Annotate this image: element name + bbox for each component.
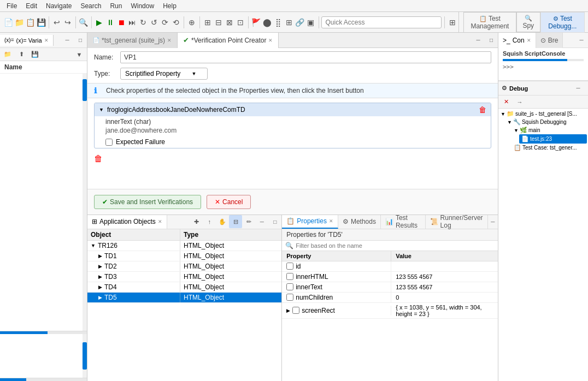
right-panel-min[interactable]: ─ (575, 34, 588, 47)
left-panel-max[interactable]: □ (74, 34, 87, 47)
toolbar-dots[interactable]: ⣿ (273, 16, 283, 29)
expected-failure-checkbox[interactable] (105, 139, 113, 146)
expand-icon[interactable]: ▼ (91, 243, 96, 248)
tab-spy[interactable]: 🔍 Spy (516, 12, 540, 32)
ao-toolbar-up[interactable]: ↑ (203, 215, 216, 228)
prop-checkbox[interactable] (286, 283, 293, 290)
table-row[interactable]: ▶ TD1 HTML_Object (87, 251, 281, 261)
tab-breakpoints[interactable]: ⊙ Bre (536, 33, 563, 48)
tab-methods[interactable]: ⚙ Methods (338, 215, 381, 229)
menu-edit[interactable]: Edit (21, 1, 42, 11)
ao-max[interactable]: □ (268, 215, 281, 228)
screenrect-expand[interactable]: ▶ (286, 308, 290, 313)
expand-icon[interactable]: ▶ (98, 253, 102, 259)
debug-step-btn[interactable]: → (513, 96, 526, 109)
props-row[interactable]: id (282, 261, 498, 272)
vp-name-input[interactable] (120, 51, 491, 63)
props-row[interactable]: numChildren 0 (282, 293, 498, 303)
toolbar-flag[interactable]: 🚩 (251, 16, 261, 29)
table-row[interactable]: ▶ TD3 HTML_Object (87, 272, 281, 282)
toolbar-search-btn[interactable]: 🔍 (79, 16, 89, 29)
tab-test-results[interactable]: 📊 Test Results (381, 215, 426, 229)
props-row[interactable]: innerText 123 555 4567 (282, 282, 498, 293)
tab-test-debugg[interactable]: ⚙ Test Debugg... (540, 12, 585, 33)
filter-input[interactable] (296, 242, 495, 249)
lp-btn2[interactable]: ⬆ (15, 48, 28, 61)
debug-min[interactable]: ─ (572, 82, 585, 95)
expand-icon[interactable]: ▶ (98, 264, 102, 269)
menu-run[interactable]: Run (105, 1, 126, 11)
toolbar-btn4[interactable]: 💾 (36, 16, 46, 29)
ao-toolbar-edit[interactable]: ✏ (242, 215, 255, 228)
tab-variables[interactable]: (x)= (x)= Varia ✕ (0, 35, 54, 46)
left-scrollbar2[interactable] (83, 334, 87, 378)
menu-navigate[interactable]: Navigate (42, 1, 76, 11)
toolbar-step[interactable]: ⏭ (127, 16, 137, 29)
delete-icon[interactable]: 🗑 (94, 154, 103, 163)
expand-icon[interactable]: ▶ (98, 274, 102, 279)
toolbar-btn-r3[interactable]: ⟳ (160, 16, 170, 29)
toolbar-run[interactable]: ▶ (95, 16, 104, 29)
ao-toolbar-add[interactable]: ✚ (190, 215, 203, 228)
toolbar-btn-r1[interactable]: ↻ (138, 16, 148, 29)
tst-general-close[interactable]: ✕ (167, 38, 172, 43)
vp-max[interactable]: □ (485, 34, 498, 47)
prop-checkbox[interactable] (292, 307, 299, 314)
toolbar-redo[interactable]: ↪ (63, 16, 73, 29)
quick-access-input[interactable] (325, 19, 438, 26)
toolbar-layout[interactable]: ⊞ (448, 16, 457, 29)
debug-stop-btn[interactable]: ✕ (499, 96, 513, 109)
ao-toolbar-filter[interactable]: ⊟ (229, 215, 242, 228)
ao-toolbar-pick[interactable]: ✋ (216, 215, 229, 228)
expand-icon[interactable]: ▶ (98, 284, 102, 290)
tab-console[interactable]: >_ Con ✕ (498, 33, 536, 48)
cancel-button[interactable]: ✕ Cancel (207, 195, 251, 209)
prop-checkbox[interactable] (286, 263, 293, 270)
toolbar-btn3[interactable]: 📋 (25, 16, 35, 29)
vp-creator-close[interactable]: ✕ (268, 38, 273, 43)
toolbar-arrow[interactable]: 🔗 (295, 16, 305, 29)
toolbar-btn-e4[interactable]: ⊡ (236, 16, 245, 29)
table-row[interactable]: ▶ TD4 HTML_Object (87, 282, 281, 293)
lp-btn1[interactable]: 📁 (1, 48, 14, 61)
toolbar-end[interactable]: ▣ (306, 16, 316, 29)
variables-tab-close[interactable]: ✕ (44, 38, 49, 43)
vp-type-select[interactable]: Scriptified Property ▼ (120, 68, 208, 80)
tree-item[interactable]: ▼ 🌿 main (513, 126, 587, 134)
tree-item[interactable]: ▼ 📁 suite_js - tst_general [S... (499, 110, 587, 118)
toolbar-btn-r2[interactable]: ↺ (149, 16, 159, 29)
toolbar-btn-r4[interactable]: ⟲ (171, 16, 181, 29)
lp-expand[interactable]: ▼ (73, 48, 86, 61)
tree-item[interactable]: 📋 Test Case: tst_gener... (513, 144, 587, 152)
app-objects-close[interactable]: ✕ (158, 219, 162, 224)
tab-test-management[interactable]: 📋 Test Management (463, 12, 516, 33)
table-row[interactable]: ▶ TD2 HTML_Object (87, 261, 281, 272)
tab-properties[interactable]: 📋 Properties ✕ (282, 215, 338, 229)
tab-app-objects[interactable]: ⊞ Application Objects ✕ (87, 215, 167, 229)
toolbar-undo[interactable]: ↩ (52, 16, 62, 29)
tab-runner-log[interactable]: 📜 Runner/Server Log (426, 215, 488, 229)
table-row[interactable]: ▼ TR126 HTML_Object (87, 241, 281, 251)
expand-icon[interactable]: ▶ (98, 295, 102, 300)
tab-vp-creator[interactable]: ✔ *Verification Point Creator ✕ (178, 33, 279, 48)
tree-item[interactable]: ▼ 🔧 Squish Debugging (506, 118, 587, 126)
toolbar-debug[interactable]: ⏸ (105, 16, 115, 29)
vp-min[interactable]: ─ (472, 34, 485, 47)
prop-collapse-icon[interactable]: ▼ (99, 107, 104, 112)
ao-min[interactable]: ─ (255, 215, 268, 228)
toolbar-btn-e3[interactable]: ⊠ (225, 16, 234, 29)
tab-tst-general[interactable]: 📄 *tst_general (suite_js) ✕ (87, 33, 178, 48)
props-min[interactable]: ─ (488, 215, 498, 228)
menu-search[interactable]: Search (76, 1, 105, 11)
toolbar-pick[interactable]: ⊕ (187, 16, 197, 29)
props-row[interactable]: ▶ screenRect { x = 1038, y = 561, width … (282, 303, 498, 319)
props-row[interactable]: innerHTML 123 555 4567 (282, 272, 498, 282)
prop-checkbox[interactable] (286, 273, 293, 280)
toolbar-dot[interactable]: ⬤ (262, 16, 272, 29)
prop-delete-icon[interactable]: 🗑 (479, 105, 486, 114)
save-button[interactable]: ✔ Save and Insert Verifications (94, 195, 201, 209)
left-panel-min[interactable]: ─ (61, 34, 74, 47)
console-tab-close[interactable]: ✕ (527, 38, 531, 43)
left-scrollbar[interactable] (83, 74, 87, 331)
table-row[interactable]: ▶ TD5 HTML_Object (87, 293, 281, 303)
